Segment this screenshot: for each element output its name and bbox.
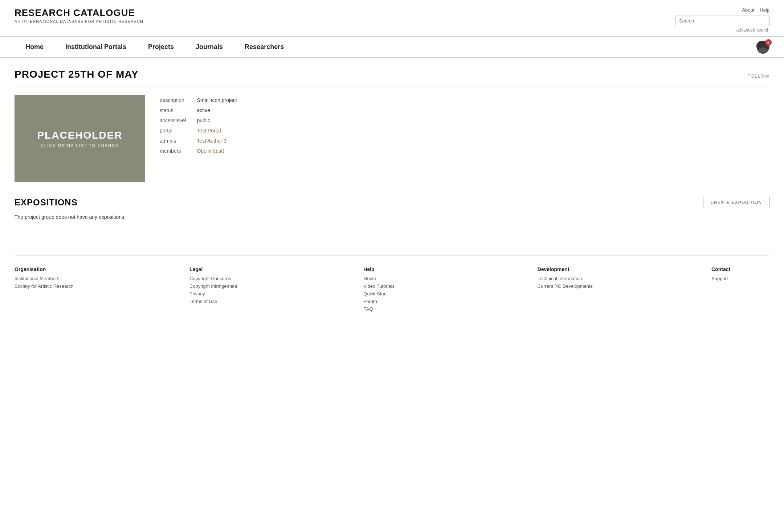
- footer-link-institutional-members[interactable]: Institutional Members: [15, 276, 74, 281]
- footer-link-forum[interactable]: Forum: [363, 299, 421, 304]
- footer-link-current-rc[interactable]: Current RC Developments: [538, 283, 596, 289]
- nav-item-institutional-portals[interactable]: Institutional Portals: [54, 37, 137, 57]
- footer-link-privacy[interactable]: Privacy: [189, 291, 248, 296]
- top-links: About Help: [742, 7, 769, 13]
- meta-row-description: description Small icon project: [160, 95, 237, 105]
- expositions-header: EXPOSITIONS CREATE EXPOSITION: [15, 197, 769, 208]
- main-nav: Home Institutional Portals Projects Jour…: [0, 36, 784, 58]
- nav-links: Home Institutional Portals Projects Jour…: [15, 37, 295, 57]
- footer-link-support[interactable]: Support: [711, 276, 769, 281]
- meta-value-portal: Test Portal: [197, 126, 237, 136]
- meta-row-members: members Obelix (test): [160, 146, 237, 156]
- footer-link-copyright-infringement[interactable]: Copyright Infringement: [189, 283, 248, 289]
- footer-link-terms[interactable]: Terms of Use: [189, 299, 248, 304]
- footer-link-copyright-concerns[interactable]: Copyright Concerns: [189, 276, 248, 281]
- nav-item-journals[interactable]: Journals: [185, 37, 234, 57]
- nav-item-projects[interactable]: Projects: [137, 37, 185, 57]
- svg-point-0: [760, 43, 765, 48]
- footer: Organisation Institutional Members Socie…: [0, 263, 784, 326]
- advanced-search-link[interactable]: advanced search: [736, 28, 769, 33]
- project-detail: PLACEHOLDER CLICK MEDIA LIST TO CHANGE d…: [15, 95, 769, 182]
- meta-row-portal: portal Test Portal: [160, 126, 237, 136]
- admins-link[interactable]: Test Author 3: [197, 138, 226, 144]
- search-bar: advanced search: [675, 16, 769, 33]
- footer-heading-organisation: Organisation: [15, 266, 74, 272]
- project-divider: [15, 86, 769, 86]
- placeholder-sub-text: CLICK MEDIA LIST TO CHANGE: [41, 143, 119, 148]
- meta-value-admins: Test Author 3: [197, 136, 237, 146]
- about-link[interactable]: About: [742, 7, 754, 13]
- search-input[interactable]: [675, 16, 769, 26]
- footer-heading-help: Help: [363, 266, 421, 272]
- meta-row-accesslevel: accesslevel public: [160, 115, 237, 126]
- footer-top-divider: [15, 255, 769, 255]
- meta-label-admins: admins: [160, 136, 197, 146]
- footer-col-contact: Contact Support: [711, 266, 769, 312]
- expositions-title: EXPOSITIONS: [15, 197, 78, 208]
- main-content: PROJECT 25TH OF MAY FOLLOW PLACEHOLDER C…: [0, 58, 784, 248]
- help-link[interactable]: Help: [760, 7, 769, 13]
- meta-value-accesslevel: public: [197, 115, 237, 126]
- footer-col-development: Development Technical Information Curren…: [538, 266, 596, 312]
- footer-col-help: Help Guide Video Tutorials Quick Start F…: [363, 266, 421, 312]
- meta-row-admins: admins Test Author 3: [160, 136, 237, 146]
- project-header: PROJECT 25TH OF MAY FOLLOW: [15, 69, 769, 80]
- svg-point-1: [758, 49, 768, 54]
- meta-row-status: status active: [160, 105, 237, 115]
- meta-value-status: active: [197, 105, 237, 115]
- portal-link[interactable]: Test Portal: [197, 128, 221, 134]
- footer-col-organisation: Organisation Institutional Members Socie…: [15, 266, 74, 312]
- expositions-divider: [15, 226, 769, 226]
- site-title: RESEARCH CATALOGUE: [15, 7, 143, 19]
- meta-table: description Small icon project status ac…: [160, 95, 237, 156]
- footer-link-faq[interactable]: FAQ: [363, 306, 421, 312]
- project-image: PLACEHOLDER CLICK MEDIA LIST TO CHANGE: [15, 95, 145, 182]
- user-notification-badge: 5: [765, 39, 772, 46]
- footer-col-legal: Legal Copyright Concerns Copyright Infri…: [189, 266, 248, 312]
- project-meta: description Small icon project status ac…: [160, 95, 769, 182]
- meta-label-portal: portal: [160, 126, 197, 136]
- footer-heading-legal: Legal: [189, 266, 248, 272]
- meta-label-status: status: [160, 105, 197, 115]
- footer-link-quick-start[interactable]: Quick Start: [363, 291, 421, 296]
- meta-label-accesslevel: accesslevel: [160, 115, 197, 126]
- brand: RESEARCH CATALOGUE AN INTERNATIONAL DATA…: [15, 7, 143, 24]
- meta-label-members: members: [160, 146, 197, 156]
- footer-link-video-tutorials[interactable]: Video Tutorials: [363, 283, 421, 289]
- nav-item-home[interactable]: Home: [15, 37, 54, 57]
- user-menu[interactable]: 5: [756, 41, 769, 54]
- footer-heading-development: Development: [538, 266, 596, 272]
- footer-link-technical-info[interactable]: Technical Information: [538, 276, 596, 281]
- meta-value-members: Obelix (test): [197, 146, 237, 156]
- project-title: PROJECT 25TH OF MAY: [15, 69, 139, 80]
- header-right: About Help advanced search: [675, 7, 769, 33]
- members-link[interactable]: Obelix (test): [197, 148, 224, 154]
- create-exposition-button[interactable]: CREATE EXPOSITION: [703, 197, 769, 208]
- nav-item-researchers[interactable]: Researchers: [234, 37, 295, 57]
- footer-link-society[interactable]: Society for Artistic Research: [15, 283, 74, 289]
- footer-heading-contact: Contact: [711, 266, 769, 272]
- page-header: RESEARCH CATALOGUE AN INTERNATIONAL DATA…: [0, 0, 784, 36]
- placeholder-main-text: PLACEHOLDER: [37, 130, 122, 141]
- follow-link[interactable]: FOLLOW: [747, 73, 769, 79]
- meta-value-description: Small icon project: [197, 95, 237, 105]
- placeholder-image: PLACEHOLDER CLICK MEDIA LIST TO CHANGE: [15, 95, 145, 182]
- footer-link-guide[interactable]: Guide: [363, 276, 421, 281]
- no-expositions-message: The project group does not have any expo…: [15, 214, 769, 220]
- meta-label-description: description: [160, 95, 197, 105]
- site-subtitle: AN INTERNATIONAL DATABASE FOR ARTISTIC R…: [15, 19, 143, 24]
